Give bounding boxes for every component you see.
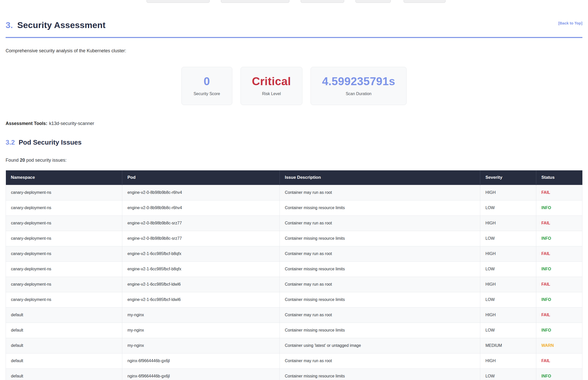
stat-label: Risk Level <box>262 92 281 96</box>
stat-value: 0 <box>204 76 210 87</box>
severity-cell: HIGH <box>480 277 536 292</box>
issues-table-body: canary-deployment-nsengine-v2-0-8b98b9b8… <box>6 185 582 380</box>
status-cell: FAIL <box>536 353 582 369</box>
severity-cell: HIGH <box>480 353 536 369</box>
severity-cell: HIGH <box>480 246 536 261</box>
table-row: canary-deployment-nsengine-v2-1-6cc985fb… <box>6 277 582 292</box>
severity-cell: LOW <box>480 231 536 246</box>
issue-cell: Container missing resource limits <box>279 323 480 338</box>
column-header-severity: Severity <box>480 170 536 185</box>
table-row: defaultnginx-6f9664446b-gx6jlContainer m… <box>6 369 582 380</box>
status-cell: INFO <box>536 200 582 216</box>
pod-cell: engine-v2-1-6cc985fbcf-ldwl6 <box>122 292 280 307</box>
table-row: canary-deployment-nsengine-v2-1-6cc985fb… <box>6 246 582 261</box>
issue-cell: Container missing resource limits <box>279 200 480 216</box>
severity-cell: LOW <box>480 200 536 216</box>
issue-cell: Container may run as root <box>279 277 480 292</box>
status-cell: FAIL <box>536 216 582 231</box>
table-row: defaultmy-nginxContainer may run as root… <box>6 307 582 323</box>
stat-value: 4.599235791s <box>322 76 395 87</box>
pod-cell: my-nginx <box>122 323 280 338</box>
severity-cell: HIGH <box>480 185 536 200</box>
assessment-tools-value: k13d-security-scanner <box>49 121 94 126</box>
cut-off-button[interactable] <box>355 0 391 3</box>
column-header-status: Status <box>536 170 582 185</box>
cut-off-button[interactable] <box>221 0 289 3</box>
back-to-top-link[interactable]: [Back to Top] <box>558 21 582 25</box>
status-cell: FAIL <box>536 307 582 323</box>
severity-cell: HIGH <box>480 307 536 323</box>
pod-security-issues-table: Namespace Pod Issue Description Severity… <box>6 170 582 380</box>
namespace-cell: canary-deployment-ns <box>6 261 122 277</box>
table-row: defaultmy-nginxContainer missing resourc… <box>6 323 582 338</box>
table-row: defaultnginx-6f9664446b-gx6jlContainer m… <box>6 353 582 369</box>
stats-row: 0 Security Score Critical Risk Level 4.5… <box>6 67 582 105</box>
severity-cell: LOW <box>480 261 536 277</box>
table-row: canary-deployment-nsengine-v2-0-8b98b9b8… <box>6 185 582 200</box>
cut-off-button[interactable] <box>301 0 344 3</box>
assessment-tools-label: Assessment Tools: <box>6 121 47 126</box>
issue-cell: Container missing resource limits <box>279 261 480 277</box>
column-header-pod: Pod <box>122 170 280 185</box>
assessment-tools-line: Assessment Tools:k13d-security-scanner <box>6 121 582 126</box>
pod-cell: engine-v2-0-8b98b9b8c-srz77 <box>122 216 280 231</box>
issue-cell: Container missing resource limits <box>279 231 480 246</box>
section-description: Comprehensive security analysis of the K… <box>6 48 582 54</box>
section-heading-row: 3.Security Assessment [Back to Top] <box>6 20 582 30</box>
issue-cell: Container may run as root <box>279 307 480 323</box>
status-cell: INFO <box>536 261 582 277</box>
namespace-cell: canary-deployment-ns <box>6 185 122 200</box>
pod-cell: engine-v2-0-8b98b9b8c-srz77 <box>122 231 280 246</box>
issue-cell: Container may run as root <box>279 185 480 200</box>
stat-card-scan-duration: 4.599235791s Scan Duration <box>311 67 407 105</box>
issue-cell: Container missing resource limits <box>279 292 480 307</box>
section-title-text: Security Assessment <box>17 20 106 30</box>
severity-cell: LOW <box>480 369 536 380</box>
pod-cell: engine-v2-1-6cc985fbcf-ldwl6 <box>122 277 280 292</box>
stat-card-security-score: 0 Security Score <box>181 67 232 105</box>
status-cell: INFO <box>536 369 582 380</box>
pod-cell: engine-v2-0-8b98b9b8c-r6hv4 <box>122 200 280 216</box>
namespace-cell: default <box>6 307 122 323</box>
section-title: 3.Security Assessment <box>6 20 105 30</box>
stat-value: Critical <box>252 76 291 87</box>
table-row: canary-deployment-nsengine-v2-1-6cc985fb… <box>6 261 582 277</box>
pod-cell: nginx-6f9664446b-gx6jl <box>122 369 280 380</box>
severity-cell: MEDIUM <box>480 338 536 353</box>
subsection-title-text: Pod Security Issues <box>19 138 82 146</box>
table-row: defaultmy-nginxContainer using 'latest' … <box>6 338 582 353</box>
severity-cell: LOW <box>480 292 536 307</box>
cut-off-button[interactable] <box>404 0 446 3</box>
issue-cell: Container missing resource limits <box>279 369 480 380</box>
found-count: 20 <box>20 158 25 163</box>
pod-cell: my-nginx <box>122 338 280 353</box>
column-header-namespace: Namespace <box>6 170 122 185</box>
column-header-issue-description: Issue Description <box>279 170 480 185</box>
table-row: canary-deployment-nsengine-v2-1-6cc985fb… <box>6 292 582 307</box>
stat-label: Scan Duration <box>346 92 371 96</box>
status-cell: INFO <box>536 323 582 338</box>
found-issues-line: Found 20 pod security issues: <box>6 158 582 163</box>
table-row: canary-deployment-nsengine-v2-0-8b98b9b8… <box>6 216 582 231</box>
pod-cell: engine-v2-1-6cc985fbcf-b8qfx <box>122 246 280 261</box>
issue-cell: Container may run as root <box>279 246 480 261</box>
issue-cell: Container using 'latest' or untagged ima… <box>279 338 480 353</box>
severity-cell: HIGH <box>480 216 536 231</box>
pod-cell: my-nginx <box>122 307 280 323</box>
pod-cell: nginx-6f9664446b-gx6jl <box>122 353 280 369</box>
subsection-title: 3.2Pod Security Issues <box>6 138 582 146</box>
namespace-cell: canary-deployment-ns <box>6 246 122 261</box>
status-cell: FAIL <box>536 277 582 292</box>
namespace-cell: canary-deployment-ns <box>6 200 122 216</box>
severity-cell: LOW <box>480 323 536 338</box>
section-divider <box>6 37 582 38</box>
status-cell: FAIL <box>536 185 582 200</box>
pod-cell: engine-v2-1-6cc985fbcf-b8qfx <box>122 261 280 277</box>
namespace-cell: canary-deployment-ns <box>6 277 122 292</box>
table-row: canary-deployment-nsengine-v2-0-8b98b9b8… <box>6 200 582 216</box>
top-cutoff-toolbar <box>0 0 588 3</box>
cut-off-button[interactable] <box>146 0 210 3</box>
stat-card-risk-level: Critical Risk Level <box>240 67 302 105</box>
namespace-cell: canary-deployment-ns <box>6 231 122 246</box>
namespace-cell: default <box>6 353 122 369</box>
